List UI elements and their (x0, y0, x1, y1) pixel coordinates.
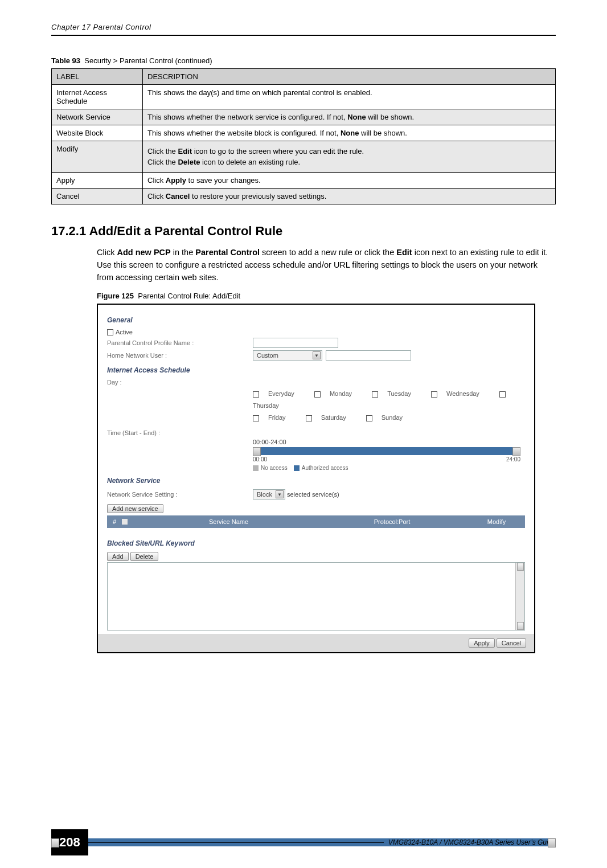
day-option: Saturday (321, 414, 346, 421)
day-tuesday-checkbox[interactable] (372, 391, 378, 398)
chevron-down-icon: ▼ (313, 351, 321, 359)
active-label: Active (116, 329, 133, 335)
time-legend: No access Authorized access (253, 465, 520, 471)
section-heading: 17.2.1 Add/Edit a Parental Control Rule (51, 224, 556, 239)
parental-control-rule-screenshot: General Active Parental Control Profile … (97, 304, 535, 653)
time-label: Time (Start - End) : (107, 429, 253, 436)
table-row-text: to restore your previously saved setting… (190, 192, 326, 200)
active-checkbox[interactable] (107, 329, 113, 335)
table-row-text: Click the (147, 147, 178, 155)
service-setting-tail: selected service(s) (287, 491, 339, 498)
table-row-label: Internet Access Schedule (52, 85, 143, 109)
table-row-desc: This shows whether the website block is … (143, 125, 556, 141)
day-option: Tuesday (387, 390, 411, 397)
page-number: 208 (51, 829, 88, 855)
day-sunday-checkbox[interactable] (366, 415, 372, 421)
service-setting-select[interactable]: Block ▼ (253, 489, 285, 499)
day-friday-checkbox[interactable] (253, 415, 259, 421)
table-row-bold: None (347, 113, 366, 121)
legend-authorized-label: Authorized access (302, 465, 348, 471)
body-paragraph: Click Add new PCP in the Parental Contro… (97, 247, 556, 284)
add-button[interactable]: Add (107, 552, 129, 561)
service-col-modify: Modify (474, 518, 519, 525)
service-setting-label: Network Service Setting : (107, 491, 253, 498)
profile-name-input[interactable] (253, 338, 338, 348)
guide-title: VMG8324-B10A / VMG8324-B30A Series User’… (384, 838, 556, 846)
service-col-number: # (113, 518, 116, 525)
select-all-checkbox[interactable] (122, 519, 128, 525)
home-user-label: Home Network User : (107, 352, 253, 359)
table-row-label: Apply (52, 173, 143, 189)
home-user-extra-input[interactable] (326, 350, 411, 361)
apply-button[interactable]: Apply (469, 638, 495, 648)
table-row-text: Click the (147, 158, 178, 166)
continued-table: LABEL DESCRIPTION Internet Access Schedu… (51, 68, 556, 204)
day-saturday-checkbox[interactable] (306, 415, 312, 421)
body-bold: Parental Control (195, 248, 260, 257)
table-row-bold: None (341, 129, 359, 137)
body-text: screen to add a new rule or click the (260, 248, 396, 257)
legend-noaccess-swatch (253, 465, 259, 471)
profile-name-label: Parental Control Profile Name : (107, 339, 253, 346)
group-blocked-site: Blocked Site/URL Keyword (107, 539, 525, 547)
legend-authorized-swatch (294, 465, 300, 471)
table-row-bold: Cancel (166, 192, 190, 200)
table-row-label: Network Service (52, 109, 143, 125)
continued-table-head-desc: DESCRIPTION (143, 69, 556, 85)
group-general: General (107, 316, 525, 324)
figure-number: Figure 125 (97, 292, 134, 300)
day-thursday-checkbox[interactable] (499, 391, 506, 398)
listbox-scrollbar[interactable] (515, 563, 524, 630)
table-row-label: Website Block (52, 125, 143, 141)
day-label: Day : (107, 379, 253, 386)
delete-button[interactable]: Delete (130, 552, 159, 561)
dialog-footer: Apply Cancel (98, 634, 534, 652)
home-user-select[interactable]: Custom ▼ (253, 350, 322, 361)
body-bold: Add new PCP (117, 248, 170, 257)
table-row-desc: This shows whether the network service i… (143, 109, 556, 125)
day-everyday-checkbox[interactable] (253, 391, 259, 398)
cancel-button[interactable]: Cancel (497, 638, 526, 648)
figure-caption: Figure 125 Parental Control Rule: Add/Ed… (97, 292, 556, 300)
blocked-keyword-listbox[interactable] (107, 562, 525, 630)
day-option: Thursday (253, 402, 279, 409)
scroll-down-icon[interactable] (517, 622, 524, 630)
service-table-header: # Service Name Protocol:Port Modify (107, 515, 525, 528)
body-bold: Edit (396, 248, 412, 257)
day-option: Monday (330, 390, 352, 397)
table-row-label: Modify (52, 141, 143, 173)
day-wednesday-checkbox[interactable] (431, 391, 437, 398)
table-row-text: Click (147, 176, 166, 185)
day-checkbox-group: Everyday Monday Tuesday Wednesday Thursd… (253, 388, 525, 424)
day-monday-checkbox[interactable] (314, 391, 321, 398)
time-range-slider[interactable] (253, 447, 520, 455)
time-tick-end: 24:00 (506, 456, 520, 462)
scroll-up-icon[interactable] (517, 563, 524, 571)
home-user-value: Custom (257, 352, 278, 359)
table-row-text: This shows whether the network service i… (147, 113, 347, 121)
group-schedule: Internet Access Schedule (107, 366, 525, 374)
continued-table-title: Security > Parental Control (continued) (84, 56, 212, 65)
day-option: Wednesday (446, 390, 479, 397)
table-row-text: will be shown. (359, 129, 407, 137)
continued-table-head-label: LABEL (52, 69, 143, 85)
table-row-text: to save your changes. (186, 176, 261, 185)
continued-table-caption: Table 93 Security > Parental Control (co… (51, 56, 556, 65)
table-row-text: icon to delete an existing rule. (200, 158, 301, 166)
figure-title: Parental Control Rule: Add/Edit (138, 292, 240, 300)
day-option: Sunday (382, 414, 403, 421)
day-option: Friday (268, 414, 286, 421)
table-row-text: icon to go to the screen where you can e… (192, 147, 364, 155)
service-setting-value: Block (257, 491, 272, 498)
page-footer: 208 VMG8324-B10A / VMG8324-B30A Series U… (51, 838, 556, 846)
time-range-text: 00:00-24:00 (253, 439, 520, 445)
table-row-text: This shows whether the website block is … (147, 129, 341, 137)
table-row-bold: Delete (178, 158, 200, 166)
add-new-service-button[interactable]: Add new service (107, 504, 163, 513)
table-row-text: Click (147, 192, 166, 200)
group-network-service: Network Service (107, 477, 525, 485)
table-row-desc: Click Cancel to restore your previously … (143, 189, 556, 204)
service-col-proto: Protocol:Port (310, 518, 474, 525)
table-row-bold: Edit (178, 147, 192, 155)
body-text: Click (97, 248, 117, 257)
